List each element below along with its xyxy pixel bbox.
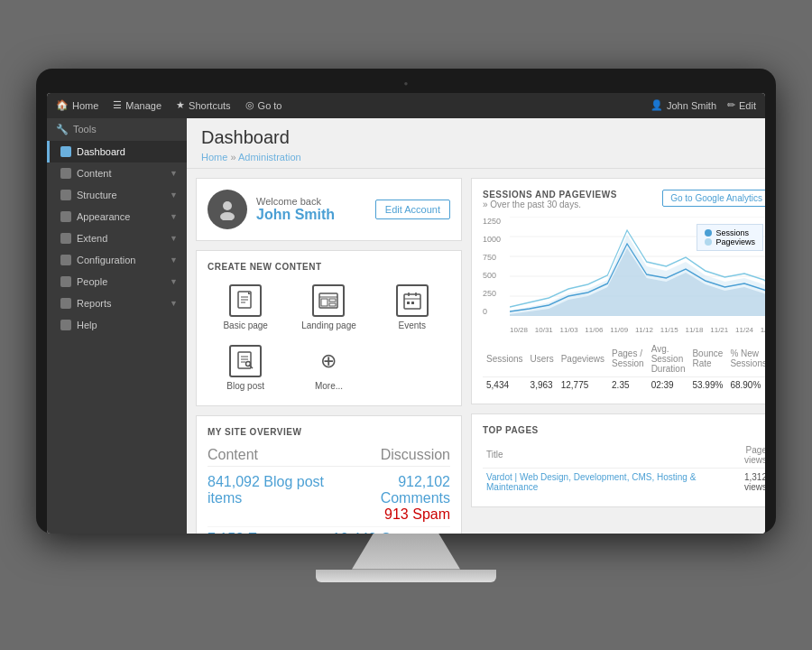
user-icon: 👤 bbox=[651, 99, 663, 111]
top-pages-title: TOP PAGES bbox=[483, 425, 765, 435]
sidebar-item-content[interactable]: Content ▼ bbox=[47, 162, 187, 184]
val-avg-session: 02:39 bbox=[648, 376, 689, 393]
chart-y-labels: 1250 1000 750 500 250 0 bbox=[483, 217, 508, 316]
svg-point-23 bbox=[246, 361, 251, 366]
create-events[interactable]: Events bbox=[374, 281, 450, 334]
overview-content-2[interactable]: 7,153 Events items bbox=[208, 531, 329, 534]
col-content-header: Content bbox=[208, 447, 258, 463]
sessions-header: SESSIONS AND PAGEVIEWS » Over the past 3… bbox=[483, 190, 765, 209]
nav-goto[interactable]: ◎ Go to bbox=[245, 99, 282, 111]
overview-content-1[interactable]: 841,092 Blog post items bbox=[208, 474, 329, 523]
right-panel: SESSIONS AND PAGEVIEWS » Over the past 3… bbox=[471, 178, 765, 534]
extend-icon bbox=[60, 233, 71, 244]
user-avatar-icon bbox=[217, 199, 238, 220]
svg-point-1 bbox=[220, 212, 235, 220]
legend-pageviews: Pageviews bbox=[705, 237, 755, 246]
stats-table: Sessions Users Pageviews Pages / Session… bbox=[483, 341, 765, 393]
nav-home[interactable]: 🏠 Home bbox=[56, 99, 98, 111]
tools-icon: 🔧 bbox=[56, 124, 69, 135]
col-sessions: Sessions bbox=[483, 341, 527, 377]
reports-icon bbox=[60, 298, 71, 309]
col-views: Page views bbox=[720, 442, 765, 469]
col-new-sessions: % New Sessions bbox=[726, 341, 765, 377]
sidebar-item-reports[interactable]: Reports ▼ bbox=[47, 292, 187, 314]
star-icon: ★ bbox=[176, 99, 185, 111]
col-title: Title bbox=[483, 442, 720, 469]
legend-sessions: Sessions bbox=[705, 228, 755, 237]
nav-manage[interactable]: ☰ Manage bbox=[113, 99, 161, 111]
basic-page-icon bbox=[229, 284, 262, 317]
create-content-card: CREATE NEW CONTENT bbox=[196, 250, 462, 406]
svg-rect-17 bbox=[411, 302, 414, 304]
breadcrumb-home[interactable]: Home bbox=[201, 152, 227, 162]
val-pageviews: 12,775 bbox=[558, 376, 608, 393]
overview-table-header: Content Discussion bbox=[208, 444, 450, 467]
sidebar-item-configuration[interactable]: Configuration ▼ bbox=[47, 249, 187, 271]
content-header: Dashboard Home » Administration bbox=[187, 118, 765, 169]
chevron-down-icon: ▼ bbox=[170, 169, 178, 178]
landing-page-label: Landing page bbox=[301, 320, 356, 330]
create-blog-post[interactable]: Blog post bbox=[208, 341, 283, 395]
landing-page-icon bbox=[312, 284, 345, 317]
config-icon bbox=[60, 255, 71, 265]
edit-account-button[interactable]: Edit Account bbox=[375, 200, 450, 219]
welcome-text: Welcome back John Smith bbox=[256, 196, 335, 223]
svg-rect-10 bbox=[329, 299, 336, 302]
val-sessions: 5,434 bbox=[483, 376, 527, 393]
breadcrumb-admin[interactable]: Administration bbox=[238, 152, 301, 162]
sidebar-item-help[interactable]: Help bbox=[47, 314, 187, 336]
create-more[interactable]: ⊕ More... bbox=[291, 341, 366, 395]
overview-discussion-2: 10,442 Comments 4 Spam bbox=[329, 531, 451, 534]
content-icon bbox=[60, 168, 71, 179]
create-content-title: CREATE NEW CONTENT bbox=[208, 262, 450, 272]
sidebar: 🔧 Tools Dashboard Content bbox=[47, 118, 187, 534]
val-new-sessions: 68.90% bbox=[726, 376, 765, 393]
chart-container: 1250 1000 750 500 250 0 bbox=[483, 217, 765, 334]
create-basic-page[interactable]: Basic page bbox=[208, 281, 283, 334]
sidebar-item-people[interactable]: People ▼ bbox=[47, 271, 187, 292]
chevron-down-icon-6: ▼ bbox=[170, 277, 178, 286]
pageviews-legend-dot bbox=[705, 238, 712, 246]
page-views-count: 1,312 views bbox=[720, 468, 765, 496]
sidebar-item-appearance[interactable]: Appearance ▼ bbox=[47, 206, 187, 228]
monitor-stand bbox=[352, 534, 460, 570]
blog-post-icon bbox=[229, 345, 262, 377]
sessions-legend-dot bbox=[705, 229, 712, 237]
chevron-down-icon-5: ▼ bbox=[170, 255, 178, 265]
avatar bbox=[208, 190, 247, 229]
appearance-icon bbox=[60, 211, 71, 222]
sessions-card: SESSIONS AND PAGEVIEWS » Over the past 3… bbox=[471, 178, 765, 404]
sidebar-item-structure[interactable]: Structure ▼ bbox=[47, 184, 187, 206]
nav-shortcuts[interactable]: ★ Shortcuts bbox=[176, 99, 230, 111]
main-layout: 🔧 Tools Dashboard Content bbox=[47, 118, 765, 534]
nav-edit[interactable]: ✏ Edit bbox=[727, 99, 756, 111]
welcome-card: Welcome back John Smith Edit Account bbox=[196, 178, 462, 241]
dashboard-icon bbox=[60, 146, 71, 157]
blog-post-label: Blog post bbox=[226, 381, 264, 391]
top-pages-card: TOP PAGES Title Page views bbox=[471, 413, 765, 507]
create-landing-page[interactable]: Landing page bbox=[291, 281, 366, 334]
col-pageviews: Pageviews bbox=[558, 341, 608, 377]
nav-user[interactable]: 👤 John Smith bbox=[651, 99, 716, 111]
col-pages-session: Pages / Session bbox=[608, 341, 648, 377]
pencil-icon: ✏ bbox=[727, 99, 735, 111]
val-users: 3,963 bbox=[527, 376, 558, 393]
sidebar-item-dashboard[interactable]: Dashboard bbox=[47, 141, 187, 162]
top-pages-row: Vardot | Web Design, Development, CMS, H… bbox=[483, 468, 765, 496]
more-icon: ⊕ bbox=[312, 345, 345, 377]
top-nav: 🏠 Home ☰ Manage ★ Shortcuts ◎ Go to bbox=[47, 93, 765, 118]
stats-row: 5,434 3,963 12,775 2.35 02:39 53.99% 68.… bbox=[483, 376, 765, 393]
overview-title: MY SITE OVERVIEW bbox=[208, 427, 450, 437]
page-title-link[interactable]: Vardot | Web Design, Development, CMS, H… bbox=[483, 468, 720, 496]
col-avg-session: Avg. Session Duration bbox=[648, 341, 689, 377]
monitor-camera: ● bbox=[47, 79, 765, 88]
inner-content: Welcome back John Smith Edit Account CRE… bbox=[187, 169, 765, 534]
val-pages-session: 2.35 bbox=[608, 376, 648, 393]
sidebar-item-extend[interactable]: Extend ▼ bbox=[47, 228, 187, 249]
chevron-down-icon-7: ▼ bbox=[170, 299, 178, 308]
monitor-body: ● 🏠 Home ☰ Manage ★ Shortcuts ◎ Go t bbox=[36, 69, 776, 534]
google-analytics-button[interactable]: Go to Google Analytics bbox=[662, 190, 765, 207]
content-area: Dashboard Home » Administration bbox=[187, 118, 765, 534]
menu-icon: ☰ bbox=[113, 99, 122, 111]
welcome-username: John Smith bbox=[256, 207, 335, 223]
